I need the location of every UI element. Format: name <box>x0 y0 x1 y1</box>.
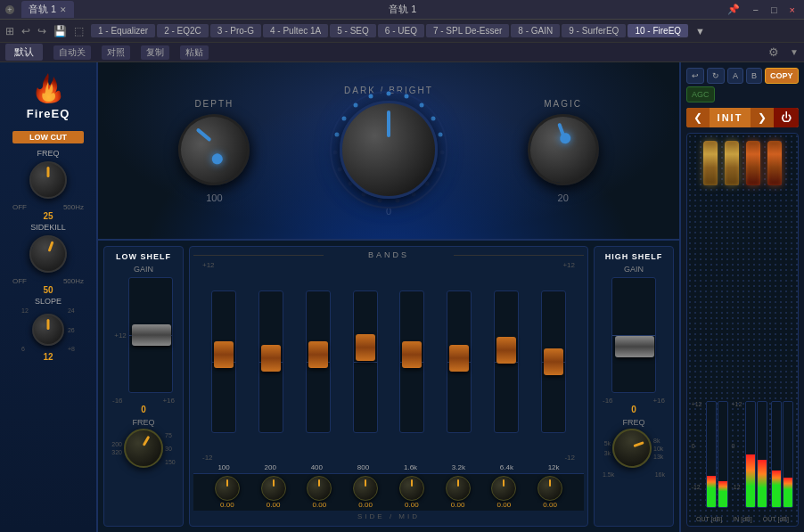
fader-handle-1k6[interactable] <box>402 341 422 368</box>
vu-out-left <box>706 401 728 508</box>
preset-tab-3[interactable]: 3 - Pro-G <box>210 24 261 37</box>
current-tab[interactable]: 音轨 1 ✕ <box>21 1 74 18</box>
close-btn[interactable]: × <box>786 4 799 15</box>
preset-tab-2[interactable]: 2 - EQ2C <box>157 24 209 37</box>
high-shelf-gain-handle[interactable] <box>615 336 654 357</box>
compare-btn[interactable]: 对照 <box>102 45 130 60</box>
b-btn[interactable]: B <box>746 68 762 84</box>
minimize-btn[interactable]: − <box>749 4 761 15</box>
fader-handle-3k2[interactable] <box>449 345 469 372</box>
agc-btn[interactable]: AGC <box>686 86 715 102</box>
a-btn[interactable]: A <box>727 68 743 84</box>
fader-track-200 <box>258 291 283 433</box>
slope-area: 12 6 24 26 +8 <box>21 307 75 352</box>
preset-tab-8[interactable]: 8 - GAIN <box>511 24 560 37</box>
bands-db-labels-top: +12 +12 <box>193 261 584 269</box>
tab-close[interactable]: ✕ <box>60 5 67 14</box>
settings-icon[interactable]: ⚙ <box>768 45 779 59</box>
copy-btn[interactable]: 复制 <box>141 45 169 60</box>
freq-mark-30: 30 <box>165 446 176 452</box>
sidmid-knob-6k4[interactable] <box>491 476 516 501</box>
low-shelf-gain-area: +12 <box>114 277 173 393</box>
preset-prev-btn[interactable]: ❮ <box>686 108 710 127</box>
sidmid-val-0: 0.00 <box>220 501 234 509</box>
slope-mark-26: 26 <box>68 327 75 333</box>
settings-arrow[interactable]: ▼ <box>790 47 799 57</box>
low-shelf-db-top: +12 <box>114 331 127 340</box>
fader-handle-200[interactable] <box>261 345 281 372</box>
vu-scale: +12 0 -12 <box>692 401 702 490</box>
maximize-btn[interactable]: □ <box>767 4 781 15</box>
preset-tab-6[interactable]: 6 - UEQ <box>378 24 424 37</box>
magic-knob[interactable] <box>521 108 604 191</box>
sidmid-knob-100[interactable] <box>215 476 240 501</box>
vu-bar-in-l <box>745 401 756 508</box>
window-action-controls[interactable]: 📌 − □ × <box>724 4 799 15</box>
band-fader-6k4 <box>494 291 519 433</box>
window-controls[interactable]: + <box>5 5 14 14</box>
preset-tab-10[interactable]: 10 - FireEQ <box>628 24 688 37</box>
sidmid-knob-200[interactable] <box>261 476 286 501</box>
low-shelf-freq-knob[interactable] <box>124 429 163 468</box>
svg-point-10 <box>395 198 399 202</box>
sidmid-knob-400[interactable] <box>307 476 332 501</box>
fader-handle-6k4[interactable] <box>496 337 516 364</box>
fader-handle-100[interactable] <box>214 341 234 368</box>
high-shelf-gain-max: +16 <box>652 397 665 405</box>
preset-power-btn[interactable]: ⏻ <box>774 108 799 127</box>
auto-btn[interactable]: 自动关 <box>53 45 91 60</box>
depth-knob[interactable] <box>168 103 260 195</box>
bands-line-left <box>193 255 324 256</box>
preset-tab-1[interactable]: 1 - Equalizer <box>91 24 155 37</box>
high-shelf-gain-track <box>611 277 656 393</box>
preset-next-btn[interactable]: ❯ <box>751 108 774 127</box>
preset-tab-5[interactable]: 5 - SEQ <box>330 24 376 37</box>
slope-knob[interactable] <box>32 314 64 346</box>
undo-btn[interactable]: ↩ <box>686 68 704 84</box>
pin-btn[interactable]: 📌 <box>724 4 743 15</box>
vu-out-left-bars <box>706 401 728 508</box>
preset-tab-4[interactable]: 4 - Pultec 1A <box>263 24 328 37</box>
undo-icon[interactable]: ↩ <box>21 25 30 37</box>
center-knob-container <box>340 101 438 199</box>
sidekill-knob[interactable] <box>24 230 72 278</box>
copy-btn[interactable]: COPY <box>765 68 799 84</box>
high-shelf-freq-area: 5k 3k 8k 10k 13k 1.5k 16k <box>603 427 665 478</box>
svg-point-6 <box>439 150 444 154</box>
sidmid-knob-3k2[interactable] <box>446 476 471 501</box>
sidmid-knob-1k6[interactable] <box>399 476 424 501</box>
dark-bright-knob[interactable] <box>340 101 438 199</box>
add-tab-btn[interactable]: + <box>5 5 14 14</box>
sidmid-knob-800[interactable] <box>353 476 378 501</box>
bands-db-bot-left: -12 <box>202 454 213 462</box>
slope-value: 12 <box>43 352 53 362</box>
vu-scale-bot: -12 <box>692 484 702 490</box>
preset-tab-7[interactable]: 7 - SPL De-Esser <box>426 24 509 37</box>
redo-icon[interactable]: ↪ <box>37 25 46 37</box>
save-icon[interactable]: 💾 <box>53 25 67 37</box>
redo-btn[interactable]: ↻ <box>707 68 725 84</box>
preset-dropdown-arrow[interactable]: ▼ <box>695 26 705 37</box>
layout-icon[interactable]: ⬚ <box>74 25 84 37</box>
svg-point-3 <box>419 102 423 107</box>
sidmid-knob-12k[interactable] <box>537 476 562 501</box>
fader-handle-400[interactable] <box>308 341 328 368</box>
sub-menu: 默认 自动关 对照 复制 粘贴 ⚙ ▼ <box>0 43 804 62</box>
paste-btn[interactable]: 粘贴 <box>180 45 209 60</box>
fader-handle-12k[interactable] <box>544 348 563 375</box>
preset-tab-9[interactable]: 9 - SurferEQ <box>562 24 626 37</box>
sidmid-knob-1: 0.00 <box>261 476 286 509</box>
vu-labels-row: OUT [dB] IN [dB] OUT [dB] <box>687 516 798 522</box>
svg-point-18 <box>353 102 357 107</box>
sidmid-knob-0: 0.00 <box>215 476 240 509</box>
hf-mark-13k: 13k <box>653 454 663 460</box>
high-shelf-freq-knob[interactable] <box>604 421 660 476</box>
low-shelf-gain-handle[interactable] <box>132 324 171 346</box>
fader-handle-800[interactable] <box>356 334 375 361</box>
low-shelf-freq-left-marks: 200 320 <box>111 441 122 455</box>
depth-group: DEPTH 100 <box>178 99 250 203</box>
grid-icon[interactable]: ⊞ <box>5 25 14 37</box>
left-panel: FireEQ LOW CUT FREQ OFF 500Hz 25 SIDEKIL… <box>0 62 98 532</box>
freq-knob[interactable] <box>29 161 67 199</box>
magic-value: 20 <box>558 192 569 203</box>
